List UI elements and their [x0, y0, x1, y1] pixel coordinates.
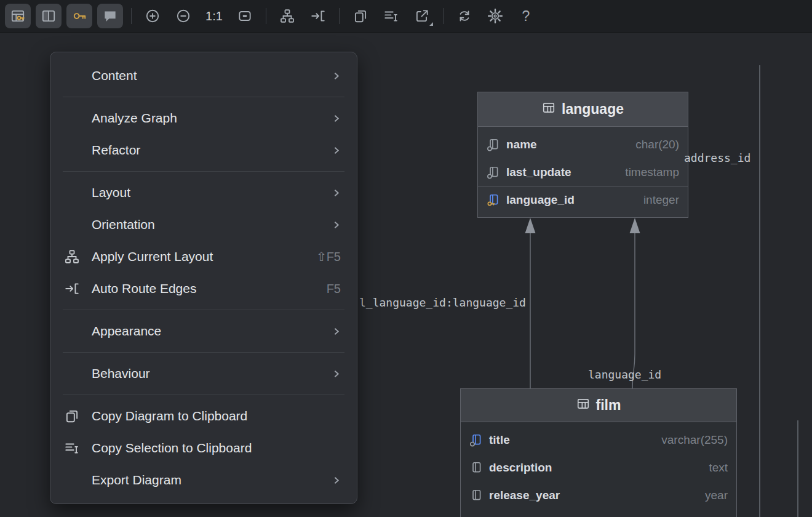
column-type: text — [709, 461, 728, 475]
auto-route-edges-button[interactable] — [305, 4, 331, 28]
table-film[interactable]: film title varchar(255) — [460, 388, 737, 517]
zoom-out-icon — [175, 8, 191, 24]
menu-item-apply-current-layout[interactable]: Apply Current Layout ⇧F5 — [50, 241, 357, 273]
menu-shortcut: F5 — [327, 282, 341, 296]
column-icon — [487, 166, 500, 179]
table-key-icon — [10, 8, 26, 24]
menu-item-layout[interactable]: Layout — [50, 177, 357, 209]
copy-icon — [352, 8, 368, 24]
indexed-column-icon — [469, 433, 483, 447]
copy-icon — [64, 408, 80, 424]
fit-content-button[interactable] — [232, 4, 258, 28]
help-button[interactable]: ? — [513, 4, 539, 28]
zoom-out-button[interactable] — [170, 4, 196, 28]
menu-item-behaviour[interactable]: Behaviour — [50, 358, 357, 390]
table-language-columns: name char(20) last_update timestamp — [478, 127, 688, 217]
menu-separator — [63, 310, 344, 310]
menu-item-appearance[interactable]: Appearance — [50, 315, 357, 347]
column-name: release_year — [489, 489, 560, 502]
table-row[interactable]: release_year year — [461, 481, 736, 509]
toggle-show-keys-button[interactable] — [66, 4, 92, 28]
gear-icon — [487, 8, 503, 24]
primary-key-column-icon — [487, 193, 500, 207]
column-name: last_update — [506, 166, 571, 179]
auto-route-icon — [310, 8, 326, 24]
menu-separator — [63, 171, 344, 172]
table-icon — [542, 101, 555, 118]
menu-item-auto-route-edges[interactable]: Auto Route Edges F5 — [50, 273, 357, 305]
submenu-arrow-icon — [332, 146, 341, 155]
submenu-arrow-icon — [332, 476, 341, 485]
table-row[interactable]: description text — [461, 454, 736, 481]
table-film-header[interactable]: film — [461, 389, 736, 422]
table-title: language — [562, 101, 624, 118]
copy-selection-button[interactable] — [378, 4, 404, 28]
hierarchy-layout-icon — [64, 249, 80, 265]
copy-selection-icon — [383, 8, 399, 24]
menu-item-export-diagram[interactable]: Export Diagram — [50, 464, 357, 496]
toolbar-separator — [131, 8, 132, 24]
column-icon — [469, 489, 483, 502]
table-language[interactable]: language name char(20) — [477, 92, 688, 218]
toolbar-separator — [443, 8, 444, 24]
zoom-in-button[interactable] — [140, 4, 165, 28]
table-row[interactable]: name char(20) — [478, 130, 688, 158]
auto-route-icon — [64, 281, 80, 297]
column-type: timestamp — [625, 166, 679, 179]
menu-separator — [63, 352, 344, 353]
refresh-icon — [456, 8, 472, 24]
export-icon — [414, 8, 430, 24]
split-columns-icon — [41, 8, 57, 24]
menu-separator — [63, 395, 344, 395]
export-diagram-button[interactable] — [409, 4, 435, 28]
table-row[interactable]: title varchar(255) — [461, 426, 736, 454]
edge-label-address-id: address_id — [684, 151, 750, 164]
menu-item-content[interactable]: Content — [50, 60, 357, 92]
column-type: integer — [643, 193, 679, 207]
clipboard-group — [348, 4, 435, 28]
zoom-level-label: 1:1 — [201, 9, 227, 23]
menu-item-analyze-graph[interactable]: Analyze Graph — [50, 102, 357, 134]
table-film-columns: title varchar(255) description text — [461, 422, 736, 517]
fit-content-icon — [237, 8, 253, 24]
menu-item-copy-selection-to-clipboard[interactable]: Copy Selection to Clipboard — [50, 432, 357, 464]
column-type: char(20) — [635, 138, 679, 151]
misc-group: ? — [452, 4, 539, 28]
refresh-button[interactable] — [452, 4, 477, 28]
context-menu: Content Analyze Graph Refactor Layout — [50, 52, 357, 504]
menu-shortcut: ⇧F5 — [316, 249, 341, 264]
help-icon: ? — [522, 8, 530, 25]
table-title: film — [596, 397, 621, 414]
apply-layout-button[interactable] — [274, 4, 300, 28]
table-row[interactable]: language_id integer — [478, 186, 688, 214]
menu-item-orientation[interactable]: Orientation — [50, 209, 357, 241]
copy-diagram-button[interactable] — [348, 4, 373, 28]
zoom-in-icon — [145, 8, 161, 24]
menu-item-copy-diagram-to-clipboard[interactable]: Copy Diagram to Clipboard — [50, 400, 357, 432]
toggle-columns-pane-button[interactable] — [36, 4, 62, 28]
comment-icon — [102, 8, 118, 24]
table-row[interactable]: last_update timestamp — [478, 158, 688, 186]
column-name: name — [506, 138, 537, 151]
column-name: title — [489, 433, 510, 447]
actual-size-button[interactable]: 1:1 — [201, 4, 227, 28]
column-icon — [487, 138, 500, 151]
toggle-table-details-button[interactable] — [5, 4, 31, 28]
column-name: description — [489, 461, 552, 475]
column-type: varchar(255) — [661, 433, 728, 447]
settings-button[interactable] — [482, 4, 508, 28]
submenu-arrow-icon — [332, 114, 341, 123]
table-row[interactable]: language_id smallint — [461, 509, 736, 517]
copy-selection-icon — [64, 440, 80, 456]
view-toggle-group — [5, 4, 123, 28]
zoom-group: 1:1 — [140, 4, 258, 28]
submenu-arrow-icon — [332, 71, 341, 81]
column-name: language_id — [506, 193, 575, 207]
table-language-header[interactable]: language — [478, 92, 688, 127]
column-icon — [469, 461, 483, 475]
menu-item-refactor[interactable]: Refactor — [50, 134, 357, 166]
diagram-toolbar: 1:1 — [0, 0, 812, 33]
submenu-arrow-icon — [332, 327, 341, 336]
key-icon — [71, 8, 87, 24]
toggle-comments-button[interactable] — [97, 4, 123, 28]
